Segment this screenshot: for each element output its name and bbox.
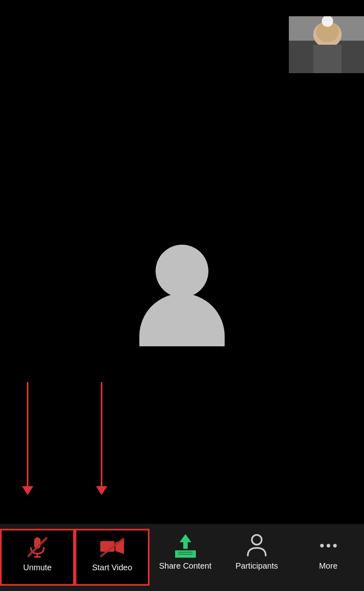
svg-marker-15 (180, 534, 191, 549)
dot-2 (327, 544, 330, 548)
start-video-label: Start Video (92, 563, 132, 572)
participants-icon (246, 533, 268, 558)
avatar-head (156, 245, 208, 298)
self-view-image (289, 16, 364, 73)
dot-1 (320, 544, 324, 548)
main-video-area (0, 0, 364, 591)
participant-avatar (139, 245, 225, 346)
participants-label: Participants (236, 561, 278, 571)
svg-point-20 (252, 535, 262, 545)
start-video-button[interactable]: Start Video (75, 529, 150, 586)
video-camera-icon (100, 536, 125, 558)
more-dots-icon-wrap (316, 533, 341, 558)
mic-icon (25, 535, 50, 559)
more-button[interactable]: More (292, 529, 364, 571)
annotation-arrow-right (101, 382, 102, 488)
svg-rect-4 (313, 45, 342, 73)
share-content-button[interactable]: Share Content (150, 529, 221, 571)
participants-icon-wrap (244, 533, 269, 558)
annotation-arrow-left (27, 382, 28, 488)
share-content-label: Share Content (159, 561, 212, 571)
share-content-icon (174, 533, 197, 558)
unmute-button[interactable]: Unmute (0, 529, 75, 586)
self-view-thumbnail[interactable] (289, 16, 364, 73)
toolbar: Unmute Start Video (0, 524, 364, 591)
more-dots-icon (320, 544, 337, 548)
video-icon-wrap (100, 535, 125, 560)
svg-rect-19 (176, 555, 195, 557)
svg-rect-16 (176, 551, 195, 553)
participants-button[interactable]: Participants (221, 529, 292, 571)
self-view-video (289, 16, 364, 73)
avatar-body (139, 293, 225, 346)
dot-3 (333, 544, 337, 548)
unmute-label: Unmute (23, 563, 52, 572)
more-label: More (319, 561, 338, 571)
mic-icon-wrap (25, 535, 50, 560)
share-icon-wrap (173, 533, 198, 558)
